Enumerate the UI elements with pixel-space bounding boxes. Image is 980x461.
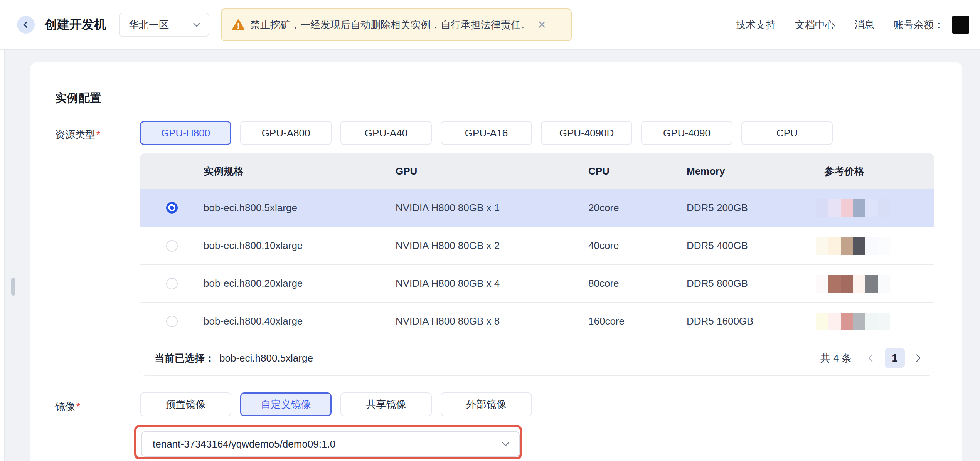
price-redacted-block xyxy=(853,237,865,255)
balance-value-redacted xyxy=(952,16,969,34)
spec-table-header: 实例规格 GPU CPU Memory 参考价格 xyxy=(140,153,934,189)
pagination-prev-icon[interactable] xyxy=(868,354,876,362)
price-redacted xyxy=(810,199,934,217)
warning-triangle-icon xyxy=(232,19,245,31)
region-selector-value: 华北一区 xyxy=(129,18,169,32)
price-redacted-block xyxy=(865,313,878,330)
cell-memory: DDR5 400GB xyxy=(687,240,810,252)
price-redacted-block xyxy=(841,275,853,293)
required-asterisk: * xyxy=(96,129,100,140)
column-header-cpu: CPU xyxy=(588,165,687,177)
price-redacted-block xyxy=(828,313,841,330)
close-icon[interactable]: × xyxy=(538,18,546,32)
nav-link-docs[interactable]: 文档中心 xyxy=(795,18,835,32)
instance-config-card: 实例配置 资源类型* GPU-H800 GPU-A800 GPU-A40 GPU… xyxy=(30,62,962,461)
cell-gpu: NVIDIA H800 80GB x 2 xyxy=(396,240,588,252)
cell-cpu: 160core xyxy=(588,315,687,327)
cell-spec: bob-eci.h800.40xlarge xyxy=(204,315,396,327)
spec-table-row[interactable]: bob-eci.h800.10xlarge NVIDIA H800 80GB x… xyxy=(140,227,934,264)
price-redacted-block xyxy=(816,275,828,293)
cell-gpu: NVIDIA H800 80GB x 8 xyxy=(396,315,588,327)
radio-unselected-icon[interactable] xyxy=(166,240,178,252)
top-bar: 创建开发机 华北一区 禁止挖矿，一经发现后自动删除相关实例，自行承担法律责任。 … xyxy=(0,0,980,50)
warning-text: 禁止挖矿，一经发现后自动删除相关实例，自行承担法律责任。 xyxy=(250,18,531,32)
price-redacted-block xyxy=(878,199,890,217)
back-button[interactable] xyxy=(17,16,35,34)
top-right-nav: 技术支持 文档中心 消息 账号余额： xyxy=(736,18,944,32)
price-redacted-block xyxy=(865,275,878,293)
cell-cpu: 20core xyxy=(588,202,687,214)
column-header-gpu: GPU xyxy=(396,165,588,177)
nav-link-messages[interactable]: 消息 xyxy=(854,18,874,32)
resource-type-option-gpu-4090d[interactable]: GPU-4090D xyxy=(541,121,632,145)
price-redacted-block xyxy=(878,275,890,293)
resource-type-option-gpu-4090[interactable]: GPU-4090 xyxy=(641,121,732,145)
page-title: 创建开发机 xyxy=(45,16,106,33)
radio-unselected-icon[interactable] xyxy=(166,316,178,327)
section-title: 实例配置 xyxy=(55,90,101,106)
cell-gpu: NVIDIA H800 80GB x 4 xyxy=(396,278,588,289)
resource-type-option-cpu[interactable]: CPU xyxy=(741,121,833,145)
price-redacted-block xyxy=(841,199,853,217)
resource-type-label: 资源类型* xyxy=(55,128,100,141)
tab-custom-image[interactable]: 自定义镜像 xyxy=(240,392,332,416)
chevron-down-icon xyxy=(193,20,200,27)
nav-link-support[interactable]: 技术支持 xyxy=(736,18,776,32)
region-selector[interactable]: 华北一区 xyxy=(119,13,209,37)
chevron-left-icon xyxy=(24,22,30,28)
left-edge-strip xyxy=(0,50,5,461)
cell-memory: DDR5 1600GB xyxy=(687,315,810,327)
resource-type-option-gpu-h800[interactable]: GPU-H800 xyxy=(140,121,231,145)
tab-preset-image[interactable]: 预置镜像 xyxy=(140,392,231,416)
spec-table-row[interactable]: bob-eci.h800.40xlarge NVIDIA H800 80GB x… xyxy=(140,302,934,340)
warning-banner: 禁止挖矿，一经发现后自动删除相关实例，自行承担法律责任。 × xyxy=(221,8,572,41)
price-redacted xyxy=(810,237,934,255)
cell-memory: DDR5 800GB xyxy=(687,278,810,289)
cell-cpu: 80core xyxy=(588,278,687,289)
total-count: 共 4 条 xyxy=(820,352,852,365)
price-redacted-block xyxy=(841,237,853,255)
cell-spec: bob-eci.h800.10xlarge xyxy=(204,240,396,252)
price-redacted xyxy=(810,275,934,293)
annotation-highlight-box: tenant-37343164/yqwdemo5/demo09:1.0 xyxy=(134,425,522,459)
column-header-memory: Memory xyxy=(687,165,810,177)
pagination: 共 4 条 1 xyxy=(820,348,919,368)
radio-selected-icon[interactable] xyxy=(166,202,178,214)
tab-shared-image[interactable]: 共享镜像 xyxy=(340,392,432,416)
price-redacted xyxy=(810,313,934,330)
pagination-next-icon[interactable] xyxy=(913,354,921,362)
radio-unselected-icon[interactable] xyxy=(166,278,178,289)
price-redacted-block xyxy=(878,237,890,255)
spec-table-row[interactable]: bob-eci.h800.5xlarge NVIDIA H800 80GB x … xyxy=(140,189,934,227)
resource-type-option-gpu-a16[interactable]: GPU-A16 xyxy=(441,121,532,145)
column-header-spec: 实例规格 xyxy=(204,165,396,178)
pagination-page-1[interactable]: 1 xyxy=(885,348,905,368)
required-asterisk: * xyxy=(76,401,80,412)
tab-external-image[interactable]: 外部镜像 xyxy=(441,392,532,416)
price-redacted-block xyxy=(828,275,841,293)
price-redacted-block xyxy=(841,313,853,330)
cell-memory: DDR5 200GB xyxy=(687,202,810,214)
resource-type-option-gpu-a40[interactable]: GPU-A40 xyxy=(340,121,432,145)
price-redacted-block xyxy=(865,199,878,217)
chevron-down-icon xyxy=(502,439,509,446)
price-redacted-block xyxy=(853,275,865,293)
resource-type-option-gpu-a800[interactable]: GPU-A800 xyxy=(240,121,332,145)
price-redacted-block xyxy=(853,313,865,330)
spec-table-row[interactable]: bob-eci.h800.20xlarge NVIDIA H800 80GB x… xyxy=(140,264,934,302)
balance-label: 账号余额： xyxy=(894,18,944,32)
cell-spec: bob-eci.h800.20xlarge xyxy=(204,278,396,289)
scrollbar-thumb[interactable] xyxy=(11,278,15,296)
price-redacted-block xyxy=(865,237,878,255)
current-selection-value: bob-eci.h800.5xlarge xyxy=(219,352,313,364)
image-select-dropdown[interactable]: tenant-37343164/yqwdemo5/demo09:1.0 xyxy=(141,431,520,457)
price-redacted-block xyxy=(816,199,828,217)
spec-table-footer: 当前已选择： bob-eci.h800.5xlarge 共 4 条 1 xyxy=(140,340,934,376)
cell-cpu: 40core xyxy=(588,240,687,252)
price-redacted-block xyxy=(816,237,828,255)
resource-type-options: GPU-H800 GPU-A800 GPU-A40 GPU-A16 GPU-40… xyxy=(140,121,833,145)
price-redacted-block xyxy=(878,313,890,330)
column-header-price: 参考价格 xyxy=(810,165,934,178)
image-tabs: 预置镜像 自定义镜像 共享镜像 外部镜像 xyxy=(140,392,532,416)
price-redacted-block xyxy=(853,199,865,217)
